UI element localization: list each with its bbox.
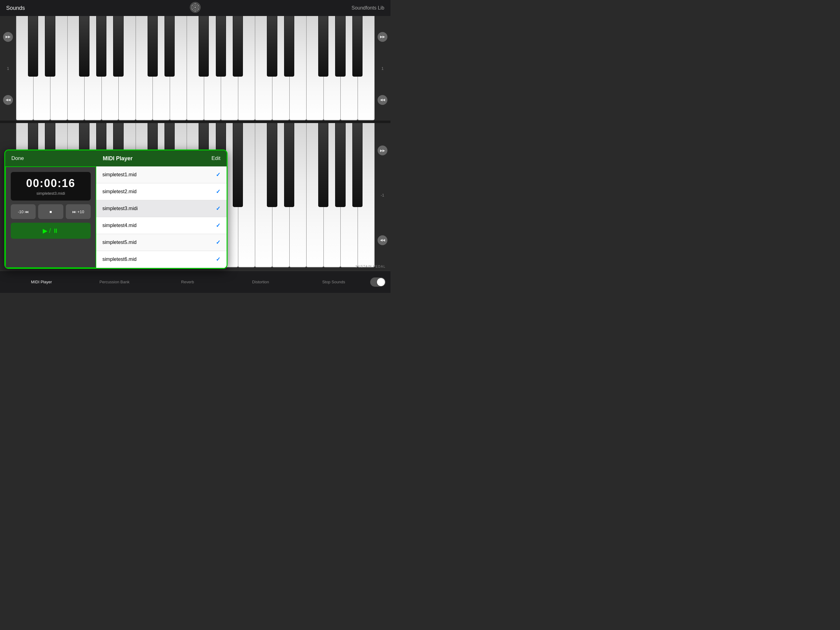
popup-arrow — [32, 268, 39, 269]
nav-label-reverb: Reverb — [181, 280, 194, 284]
time-filename: simpletest3.midi — [36, 191, 65, 196]
popup-title: MIDI Player — [103, 155, 133, 162]
toggle-knob — [377, 278, 385, 286]
nav-item-reverb[interactable]: Reverb — [151, 280, 224, 284]
rewind-right-top[interactable]: ◀◀ — [377, 95, 387, 105]
fwd10-label: ⏭ +10 — [72, 209, 84, 214]
nav-item-percussion-bank[interactable]: Percussion Bank — [78, 280, 151, 284]
top-bar: Sounds Soundfonts Lib — [0, 0, 390, 16]
file-list-item[interactable]: simpletest5.mid ✓ — [96, 234, 227, 251]
octave-label-top-left: 1 — [7, 66, 9, 71]
popup-done-button[interactable]: Done — [11, 155, 24, 161]
back10-button[interactable]: -10 ⏮ — [11, 204, 36, 219]
svg-point-3 — [194, 6, 196, 8]
file-name: simpletest3.midi — [103, 206, 138, 211]
file-check-icon: ✓ — [216, 256, 221, 263]
fast-forward-right-bottom[interactable]: ▶▶ — [377, 146, 387, 155]
fast-forward-left-top[interactable]: ▶▶ — [3, 32, 13, 42]
time-display: 00:00:16 simpletest3.midi — [11, 172, 91, 201]
black-key[interactable] — [233, 16, 243, 77]
svg-point-9 — [191, 5, 193, 6]
black-key[interactable] — [164, 16, 175, 77]
stop-icon: ■ — [49, 209, 52, 214]
file-list-item[interactable]: simpletest1.mid ✓ — [96, 166, 227, 184]
nav-item-midi-player[interactable]: MIDI Player — [5, 280, 78, 284]
nav-item-stop-sounds[interactable]: Stop Sounds — [297, 280, 370, 284]
octave-label-bottom-right: -1 — [381, 193, 384, 198]
app-logo — [190, 2, 201, 14]
transport-row: -10 ⏮ ■ ⏭ +10 — [11, 204, 91, 219]
file-name: simpletest6.mid — [103, 256, 136, 262]
svg-point-8 — [191, 9, 193, 10]
rewind-left-top[interactable]: ◀◀ — [3, 95, 13, 105]
svg-point-5 — [198, 5, 199, 6]
black-key[interactable] — [284, 123, 294, 207]
black-key[interactable] — [352, 16, 363, 77]
rewind-right-bottom[interactable]: ◀◀ — [377, 235, 387, 245]
back10-label: -10 ⏮ — [18, 209, 28, 214]
piano-left-controls: ▶▶ 1 ◀◀ — [0, 16, 16, 120]
midi-player-popup: Done MIDI Player Edit 00:00:16 simpletes… — [4, 149, 227, 269]
black-key[interactable] — [318, 16, 328, 77]
black-key[interactable] — [79, 16, 89, 77]
app-title: Sounds — [6, 5, 25, 11]
piano-top-keys — [16, 16, 374, 120]
black-key[interactable] — [199, 16, 209, 77]
black-key[interactable] — [335, 123, 345, 207]
nav-label-midi-player: MIDI Player — [31, 280, 52, 284]
black-key[interactable] — [284, 16, 294, 77]
black-key[interactable] — [233, 123, 243, 207]
nav-label-distortion: Distortion — [252, 280, 269, 284]
black-key[interactable] — [96, 16, 106, 77]
stop-button[interactable]: ■ — [38, 204, 63, 219]
file-name: simpletest5.mid — [103, 240, 136, 245]
play-pause-button[interactable]: ▶ / ⏸ — [11, 223, 91, 239]
svg-point-6 — [198, 9, 199, 10]
black-key[interactable] — [113, 16, 123, 77]
black-key[interactable] — [335, 16, 345, 77]
black-key[interactable] — [45, 16, 55, 77]
black-key[interactable] — [216, 16, 226, 77]
soundfonts-lib-link[interactable]: Soundfonts Lib — [351, 5, 384, 11]
nav-label-stop-sounds: Stop Sounds — [322, 280, 345, 284]
black-key[interactable] — [267, 16, 277, 77]
octave-label-top-right: 1 — [381, 66, 384, 71]
piano-top-section: ▶▶ 1 ◀◀ ▶▶ 1 ◀◀ — [0, 16, 390, 120]
svg-point-7 — [195, 11, 196, 12]
black-key[interactable] — [28, 16, 38, 77]
piano-right-controls-bottom: ▶▶ -1 ◀◀ — [374, 123, 390, 268]
fwd10-button[interactable]: ⏭ +10 — [66, 204, 91, 219]
nav-label-percussion-bank: Percussion Bank — [99, 280, 130, 284]
black-key[interactable] — [352, 123, 363, 207]
nav-item-distortion[interactable]: Distortion — [224, 280, 297, 284]
play-pause-icon: ▶ / ⏸ — [43, 227, 59, 234]
file-list: simpletest1.mid ✓ simpletest2.mid ✓ simp… — [96, 166, 227, 268]
sustain-toggle[interactable] — [370, 277, 385, 287]
piano-divider — [0, 120, 390, 123]
sustain-toggle-area — [370, 277, 385, 287]
file-list-item[interactable]: simpletest2.mid ✓ — [96, 184, 227, 200]
piano-right-controls-top: ▶▶ 1 ◀◀ — [374, 16, 390, 120]
file-check-icon: ✓ — [216, 188, 221, 195]
fast-forward-right-top[interactable]: ▶▶ — [377, 32, 387, 42]
file-list-item[interactable]: simpletest6.mid ✓ — [96, 251, 227, 268]
svg-point-4 — [195, 3, 196, 4]
file-list-item[interactable]: simpletest3.midi ✓ — [96, 200, 227, 217]
file-name: simpletest1.mid — [103, 172, 136, 177]
file-name: simpletest4.mid — [103, 223, 136, 228]
file-check-icon: ✓ — [216, 205, 221, 212]
file-check-icon: ✓ — [216, 222, 221, 229]
sustain-pedal-area: SUSTAIN PEDAL — [355, 265, 385, 268]
popup-body: 00:00:16 simpletest3.midi -10 ⏮ ■ ⏭ +10 … — [5, 166, 227, 268]
file-list-item[interactable]: simpletest4.mid ✓ — [96, 217, 227, 234]
player-controls: 00:00:16 simpletest3.midi -10 ⏮ ■ ⏭ +10 … — [5, 166, 96, 268]
black-key[interactable] — [318, 123, 328, 207]
sustain-pedal-label: SUSTAIN PEDAL — [355, 265, 385, 268]
popup-edit-button[interactable]: Edit — [212, 155, 221, 161]
file-check-icon: ✓ — [216, 239, 221, 246]
file-name: simpletest2.mid — [103, 189, 136, 195]
popup-header: Done MIDI Player Edit — [5, 150, 227, 166]
black-key[interactable] — [267, 123, 277, 207]
black-key[interactable] — [148, 16, 158, 77]
file-check-icon: ✓ — [216, 171, 221, 178]
